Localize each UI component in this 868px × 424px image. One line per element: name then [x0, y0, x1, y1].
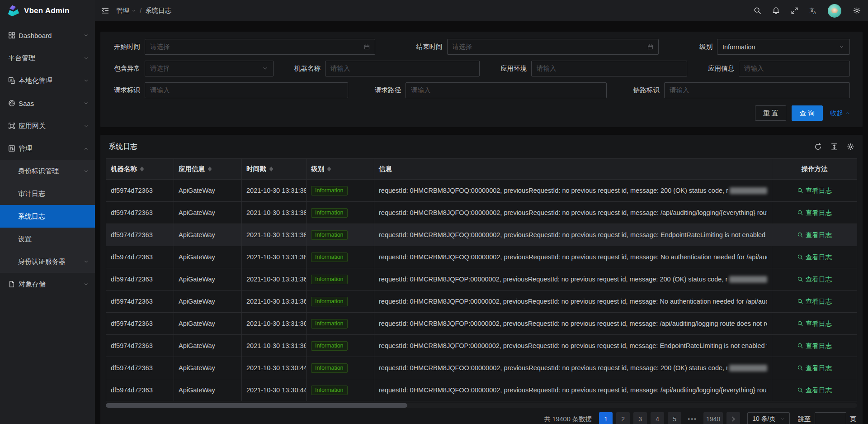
field-label: 应用信息 [708, 64, 734, 73]
page-button[interactable]: 1 [599, 412, 613, 424]
view-log-link[interactable]: 查看日志 [797, 275, 832, 284]
cell-timestamp: 2021-10-30 13:31:36 [242, 313, 307, 334]
sidebar-subitem[interactable]: 身份认证服务器 [0, 250, 95, 273]
field-placeholder: 请选择 [453, 43, 644, 51]
column-header[interactable]: 时间戳 [242, 159, 307, 179]
sidebar-item[interactable]: 应用网关 [0, 114, 95, 137]
column-header: 操作方法 [772, 159, 857, 179]
sidebar-subitem[interactable]: 系统日志 [0, 205, 95, 228]
refresh-icon[interactable] [814, 143, 822, 151]
page-button[interactable]: 5 [668, 412, 681, 424]
text-input[interactable]: 请输入 [406, 82, 607, 98]
cell-actions: 查看日志 [772, 224, 857, 246]
view-log-link[interactable]: 查看日志 [797, 209, 832, 217]
page-button[interactable]: 3 [633, 412, 647, 424]
saas-icon [8, 100, 15, 107]
cell-level: Information [307, 202, 374, 224]
view-log-link[interactable]: 查看日志 [797, 319, 832, 328]
page-button[interactable]: 4 [651, 412, 664, 424]
column-header[interactable]: 机器名称 [106, 159, 174, 179]
cell-app-info: ApiGateWay [174, 180, 242, 201]
jump-prefix: 跳至 [798, 415, 811, 424]
translate-icon[interactable]: 文A [809, 7, 817, 14]
sidebar-item[interactable]: Dashboard [0, 24, 95, 47]
view-log-label: 查看日志 [806, 386, 832, 395]
cell-level: Information [307, 357, 374, 379]
menu-fold-icon[interactable] [101, 7, 109, 14]
collapse-link[interactable]: 收起 [830, 109, 850, 118]
app-logo[interactable]: Vben Admin [0, 0, 95, 21]
select-input[interactable]: Information [717, 39, 850, 55]
level-tag: Information [311, 386, 348, 395]
next-page-button[interactable] [726, 412, 740, 424]
view-log-link[interactable]: 查看日志 [797, 231, 832, 239]
table-row: df5974d72363ApiGateWay2021-10-30 13:31:3… [106, 224, 857, 246]
text-input[interactable]: 请输入 [739, 61, 850, 76]
view-log-link[interactable]: 查看日志 [797, 364, 832, 372]
view-log-link[interactable]: 查看日志 [797, 186, 832, 195]
column-header[interactable]: 级别 [307, 159, 374, 179]
cell-app-info: ApiGateWay [174, 291, 242, 312]
magnifier-icon [797, 210, 803, 216]
cell-app-info: ApiGateWay [174, 379, 242, 401]
level-tag: Information [311, 363, 348, 373]
text-input[interactable]: 请输入 [664, 82, 850, 98]
page-size-select[interactable]: 10 条/页 [747, 412, 789, 424]
date-picker-input[interactable]: 请选择 [447, 39, 659, 55]
chevron-down-icon [84, 78, 89, 83]
search-icon[interactable] [754, 7, 761, 14]
select-input[interactable]: 请选择 [145, 61, 274, 76]
row-height-icon[interactable] [830, 143, 838, 151]
table-settings-icon[interactable] [847, 143, 854, 151]
horizontal-scrollbar-track[interactable] [106, 403, 857, 408]
jump-page-input[interactable] [815, 412, 846, 424]
view-log-link[interactable]: 查看日志 [797, 386, 832, 395]
sidebar-item[interactable]: 对象存储 [0, 273, 95, 295]
search-button[interactable]: 查 询 [792, 105, 823, 121]
sidebar-subitem[interactable]: 设置 [0, 228, 95, 250]
sidebar-subitem[interactable]: 审计日志 [0, 182, 95, 205]
settings-gear-icon[interactable] [853, 7, 861, 14]
horizontal-scrollbar-thumb[interactable] [106, 403, 407, 408]
app-title: Vben Admin [24, 6, 70, 15]
text-input[interactable]: 请输入 [531, 61, 687, 76]
breadcrumb-separator: / [140, 7, 142, 14]
chevron-down-icon [84, 282, 89, 287]
cell-level: Information [307, 268, 374, 290]
chevron-up-icon [84, 146, 89, 151]
sidebar-item[interactable]: 管理 [0, 137, 95, 160]
table-row: df5974d72363ApiGateWay2021-10-30 13:31:3… [106, 291, 857, 313]
page-button[interactable]: 1940 [703, 412, 723, 424]
date-picker-input[interactable]: 请选择 [145, 39, 375, 55]
cell-timestamp: 2021-10-30 13:31:38 [242, 224, 307, 246]
view-log-link[interactable]: 查看日志 [797, 342, 832, 350]
column-label: 信息 [379, 165, 392, 173]
text-input[interactable]: 请输入 [325, 61, 480, 76]
sidebar-item[interactable]: 平台管理 [0, 47, 95, 69]
cell-timestamp: 2021-10-30 13:31:38 [242, 246, 307, 268]
fullscreen-icon[interactable] [791, 7, 798, 14]
logo-icon [7, 5, 20, 17]
view-log-link[interactable]: 查看日志 [797, 253, 832, 262]
level-tag: Information [311, 275, 348, 284]
reset-button[interactable]: 重 置 [755, 105, 786, 121]
sidebar-item[interactable]: A本地化管理 [0, 69, 95, 92]
sidebar-subitem[interactable]: 身份标识管理 [0, 160, 95, 182]
text-input[interactable]: 请输入 [145, 82, 348, 98]
cell-timestamp: 2021-10-30 13:30:44 [242, 379, 307, 401]
page-ellipsis[interactable]: ••• [685, 412, 700, 424]
field-placeholder: 请输入 [744, 64, 844, 73]
pagination-total: 共 19400 条数据 [544, 415, 592, 424]
page-button[interactable]: 2 [616, 412, 630, 424]
view-log-link[interactable]: 查看日志 [797, 297, 832, 306]
view-log-label: 查看日志 [806, 253, 832, 262]
log-message: requestId: 0HMCRBM8JQFOQ:00000002, previ… [379, 253, 767, 261]
field-placeholder: 请输入 [537, 64, 682, 73]
column-header[interactable]: 应用信息 [174, 159, 242, 179]
sidebar-item[interactable]: Saas [0, 92, 95, 114]
cell-level: Information [307, 291, 374, 312]
cell-message: requestId: 0HMCRBM8JQFOQ:00000002, previ… [374, 246, 772, 268]
breadcrumb-parent[interactable]: 管理 [116, 6, 136, 15]
user-avatar[interactable] [828, 4, 841, 18]
notification-bell-icon[interactable] [772, 7, 780, 14]
